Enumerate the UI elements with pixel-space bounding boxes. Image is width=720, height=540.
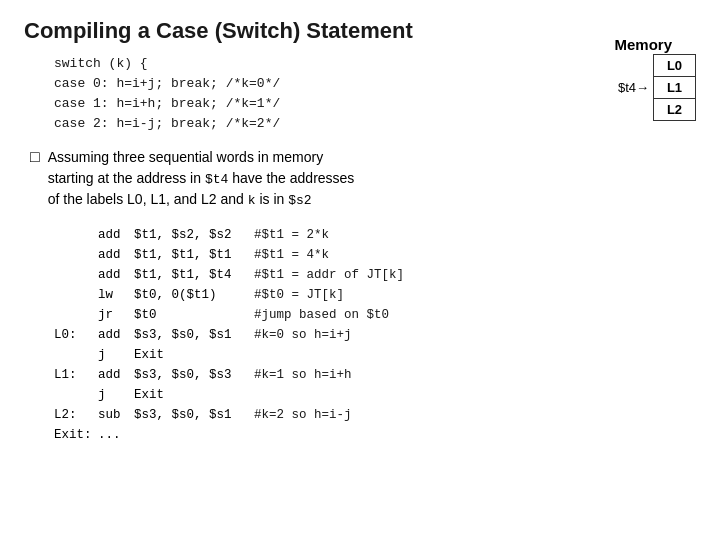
asm-label xyxy=(54,225,98,245)
asm-args: $t1, $s2, $s2 xyxy=(134,225,254,245)
asm-row: add$t1, $s2, $s2#$t1 = 2*k xyxy=(54,225,410,245)
asm-comment: #$t0 = JT[k] xyxy=(254,285,410,305)
asm-table: add$t1, $s2, $s2#$t1 = 2*kadd$t1, $t1, $… xyxy=(54,225,410,445)
asm-label xyxy=(54,345,98,365)
bullet-text: Assuming three sequential words in memor… xyxy=(48,147,355,211)
asm-label xyxy=(54,305,98,325)
asm-row: Exit:... xyxy=(54,425,410,445)
asm-comment xyxy=(254,425,410,445)
asm-args xyxy=(134,425,254,445)
memory-label: Memory xyxy=(614,36,672,53)
bullet-text-1: Assuming three sequential words in memor… xyxy=(48,149,323,165)
asm-row: L1:add$s3, $s0, $s3#k=1 so h=i+h xyxy=(54,365,410,385)
asm-comment: #k=0 so h=i+j xyxy=(254,325,410,345)
mem-table: L0 L1 L2 xyxy=(653,54,696,121)
asm-op: add xyxy=(98,225,134,245)
asm-comment xyxy=(254,385,410,405)
bullet-mono-1: $t4 xyxy=(205,172,228,187)
switch-line2: case 0: h=i+j; break; /*k=0*/ xyxy=(54,74,280,94)
mem-arrow: $t4→ xyxy=(618,80,649,95)
asm-args: $t1, $t1, $t1 xyxy=(134,245,254,265)
bullet-section: □ Assuming three sequential words in mem… xyxy=(30,147,696,211)
asm-args: $t0, 0($t1) xyxy=(134,285,254,305)
asm-op: sub xyxy=(98,405,134,425)
asm-row: jExit xyxy=(54,345,410,365)
asm-row: jExit xyxy=(54,385,410,405)
asm-label: L2: xyxy=(54,405,98,425)
asm-comment xyxy=(254,345,410,365)
asm-args: $s3, $s0, $s3 xyxy=(134,365,254,385)
bullet-text-5: is in xyxy=(256,191,289,207)
bullet-mono-3: $s2 xyxy=(288,193,311,208)
asm-label: L0: xyxy=(54,325,98,345)
asm-label: Exit: xyxy=(54,425,98,445)
bullet-mono-2: k xyxy=(248,193,256,208)
asm-row: jr$t0#jump based on $t0 xyxy=(54,305,410,325)
asm-row: lw$t0, 0($t1)#$t0 = JT[k] xyxy=(54,285,410,305)
bullet-icon: □ xyxy=(30,148,40,166)
switch-code: switch (k) { case 0: h=i+j; break; /*k=0… xyxy=(54,54,280,135)
mem-cell-l0: L0 xyxy=(654,55,696,77)
asm-op: jr xyxy=(98,305,134,325)
asm-args: $s3, $s0, $s1 xyxy=(134,405,254,425)
asm-op: add xyxy=(98,325,134,345)
bullet-text-2: starting at the address in xyxy=(48,170,205,186)
asm-op: add xyxy=(98,365,134,385)
bullet-text-3: have the addresses xyxy=(228,170,354,186)
asm-comment: #$t1 = 2*k xyxy=(254,225,410,245)
asm-args: Exit xyxy=(134,385,254,405)
bullet-text-4: of the labels L0, L1, and L2 and xyxy=(48,191,248,207)
asm-row: L2:sub$s3, $s0, $s1#k=2 so h=i-j xyxy=(54,405,410,425)
asm-label xyxy=(54,385,98,405)
asm-row: add$t1, $t1, $t1#$t1 = 4*k xyxy=(54,245,410,265)
asm-label xyxy=(54,285,98,305)
mem-cell-l1: L1 xyxy=(654,77,696,99)
memory-diagram: $t4→ L0 L1 L2 xyxy=(618,54,696,123)
switch-line1: switch (k) { xyxy=(54,54,280,74)
asm-row: L0:add$s3, $s0, $s1#k=0 so h=i+j xyxy=(54,325,410,345)
asm-op: ... xyxy=(98,425,134,445)
asm-op: j xyxy=(98,385,134,405)
asm-args: Exit xyxy=(134,345,254,365)
asm-comment: #k=1 so h=i+h xyxy=(254,365,410,385)
asm-comment: #$t1 = addr of JT[k] xyxy=(254,265,410,285)
asm-args: $t1, $t1, $t4 xyxy=(134,265,254,285)
asm-op: add xyxy=(98,245,134,265)
asm-comment: #jump based on $t0 xyxy=(254,305,410,325)
asm-args: $t0 xyxy=(134,305,254,325)
asm-label xyxy=(54,245,98,265)
switch-line3: case 1: h=i+h; break; /*k=1*/ xyxy=(54,94,280,114)
switch-line4: case 2: h=i-j; break; /*k=2*/ xyxy=(54,114,280,134)
asm-op: add xyxy=(98,265,134,285)
asm-label: L1: xyxy=(54,365,98,385)
asm-row: add$t1, $t1, $t4#$t1 = addr of JT[k] xyxy=(54,265,410,285)
mem-cell-l2: L2 xyxy=(654,99,696,121)
asm-comment: #$t1 = 4*k xyxy=(254,245,410,265)
asm-label xyxy=(54,265,98,285)
asm-op: j xyxy=(98,345,134,365)
page-title: Compiling a Case (Switch) Statement xyxy=(24,18,696,44)
asm-args: $s3, $s0, $s1 xyxy=(134,325,254,345)
asm-op: lw xyxy=(98,285,134,305)
asm-comment: #k=2 so h=i-j xyxy=(254,405,410,425)
